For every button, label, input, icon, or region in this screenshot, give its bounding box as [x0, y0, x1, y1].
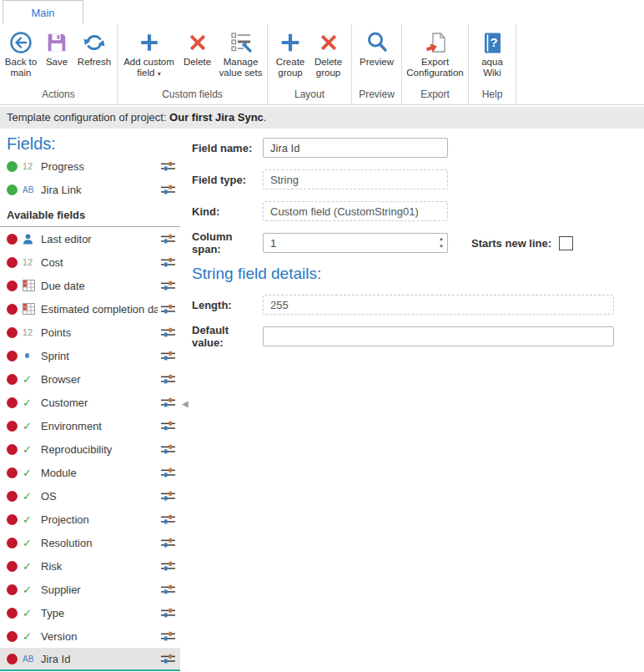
list-item-reproducibility[interactable]: ✓ Reproducibility [0, 437, 180, 461]
list-item-module[interactable]: ✓ Module [0, 461, 180, 484]
status-dot-red [7, 257, 18, 268]
starts-new-line-checkbox[interactable] [559, 236, 573, 250]
export-document-icon [423, 28, 448, 57]
ribbon-group-label-help: Help [469, 88, 516, 104]
ribbon-group-preview: Preview Preview [352, 24, 402, 104]
drag-handle-icon[interactable] [161, 467, 175, 477]
value-sets-wrench-icon [229, 28, 254, 57]
drag-handle-icon[interactable] [161, 561, 175, 571]
field-name-label: OS [41, 490, 158, 503]
list-item-version[interactable]: ✓ Version [0, 624, 180, 648]
status-dot-red [7, 584, 18, 595]
add-plus-icon [279, 28, 302, 57]
drag-handle-icon[interactable] [161, 234, 175, 244]
drag-handle-icon[interactable] [161, 397, 175, 407]
list-item-supplier[interactable]: ✓ Supplier [0, 578, 180, 601]
tab-main-label: Main [31, 7, 54, 19]
status-dot-red [7, 444, 18, 455]
list-item-progress[interactable]: 12 Progress [0, 154, 180, 178]
list-item-risk[interactable]: ✓ Risk [0, 554, 180, 578]
checkmark-icon: ✓ [23, 397, 41, 409]
manage-value-sets-label: Manage value sets [218, 57, 264, 79]
drag-handle-icon[interactable] [161, 327, 175, 337]
delete-x-icon [187, 28, 209, 57]
drag-handle-icon[interactable] [161, 351, 175, 361]
status-dot-red [7, 538, 18, 548]
list-item-points[interactable]: 12 Points [0, 321, 180, 344]
list-item-estimated-completion-date[interactable]: Estimated completion date [0, 297, 180, 321]
status-dot-red [7, 631, 18, 642]
status-dot-red [7, 421, 18, 432]
delete-group-button[interactable]: Delete group [309, 28, 348, 79]
field-name-label: Due date [41, 280, 158, 292]
calendar-icon [23, 303, 41, 315]
list-item-os[interactable]: ✓ OS [0, 484, 180, 508]
create-group-button[interactable]: Create group [272, 28, 309, 79]
panel-collapse-arrow-icon[interactable]: ◀ [182, 399, 189, 409]
list-item-due-date[interactable]: Due date [0, 274, 180, 297]
list-item-customer[interactable]: ✓ Customer [0, 391, 180, 414]
spinner-up-icon[interactable]: ▲ [439, 235, 444, 243]
field-name-input[interactable] [263, 138, 448, 158]
ribbon-group-layout: Create group Delete group Layout [268, 24, 352, 104]
list-item-resolution[interactable]: ✓ Resolution [0, 531, 180, 554]
list-item-environment[interactable]: ✓ Environment [0, 414, 180, 437]
save-button[interactable]: Save [41, 28, 73, 68]
drag-handle-icon[interactable] [161, 584, 175, 594]
checkmark-icon: ✓ [23, 373, 41, 386]
list-item-browser[interactable]: ✓ Browser [0, 367, 180, 391]
drag-handle-icon[interactable] [161, 257, 175, 267]
status-dot-red [7, 561, 18, 572]
ribbon-group-label-custom-fields: Custom fields [118, 88, 267, 104]
numeric-type-icon: 12 [23, 161, 41, 171]
drag-handle-icon[interactable] [161, 374, 175, 384]
tab-main[interactable]: Main [3, 0, 83, 24]
kind-input [263, 201, 448, 221]
list-item-sprint[interactable]: Sprint [0, 344, 180, 367]
delete-button[interactable]: Delete [179, 28, 217, 68]
drag-handle-icon[interactable] [161, 491, 175, 501]
refresh-button[interactable]: Refresh [73, 28, 116, 68]
manage-value-sets-button[interactable]: Manage value sets [217, 28, 265, 79]
preview-button[interactable]: Preview [355, 28, 400, 68]
drag-handle-icon[interactable] [161, 444, 175, 454]
drag-handle-icon[interactable] [161, 421, 175, 431]
field-name-label: Environment [41, 420, 158, 432]
delete-label: Delete [184, 57, 211, 68]
spinner-down-icon[interactable]: ▼ [439, 243, 444, 250]
magnifier-icon [365, 28, 390, 57]
field-name-label: Type [41, 607, 158, 619]
drag-handle-icon[interactable] [161, 514, 175, 524]
default-value-input[interactable] [263, 326, 614, 346]
drag-handle-icon[interactable] [161, 184, 175, 195]
column-span-input[interactable] [263, 233, 448, 253]
drag-handle-icon[interactable] [161, 608, 175, 618]
list-item-projection[interactable]: ✓ Projection [0, 508, 180, 531]
drag-handle-icon[interactable] [161, 280, 175, 291]
list-item-type[interactable]: ✓ Type [0, 601, 180, 624]
status-dot-red [7, 654, 18, 664]
drag-handle-icon[interactable] [161, 654, 175, 664]
list-item-last-editor[interactable]: Last editor [0, 227, 180, 250]
drag-handle-icon[interactable] [161, 631, 175, 641]
field-name-label: Points [41, 326, 158, 339]
drag-handle-icon[interactable] [161, 161, 175, 171]
drag-handle-icon[interactable] [161, 538, 175, 548]
aqua-wiki-button[interactable]: ? aqua Wiki [472, 28, 512, 79]
length-input [263, 295, 614, 315]
list-item-jira-link[interactable]: AB Jira Link [0, 178, 180, 201]
ribbon-group-help: ? aqua Wiki Help [469, 24, 516, 104]
project-name: Our first Jira Sync [169, 111, 264, 124]
back-to-main-button[interactable]: Back to main [1, 28, 41, 79]
ribbon: Back to main Save Refresh Actions [0, 24, 644, 105]
add-custom-field-button[interactable]: Add custom field ▾ [120, 28, 179, 79]
drag-handle-icon[interactable] [161, 304, 175, 314]
field-name-label: Customer [41, 397, 158, 409]
field-name-label: Reproducibility [41, 443, 158, 456]
sprint-dot-icon [23, 353, 41, 358]
export-configuration-button[interactable]: Export Configuration [403, 28, 468, 79]
list-item-cost[interactable]: 12 Cost [0, 250, 180, 274]
list-item-jira-id[interactable]: AB Jira Id [0, 648, 180, 671]
field-name-label: Browser [41, 373, 158, 386]
kind-form-label: Kind: [192, 205, 263, 218]
